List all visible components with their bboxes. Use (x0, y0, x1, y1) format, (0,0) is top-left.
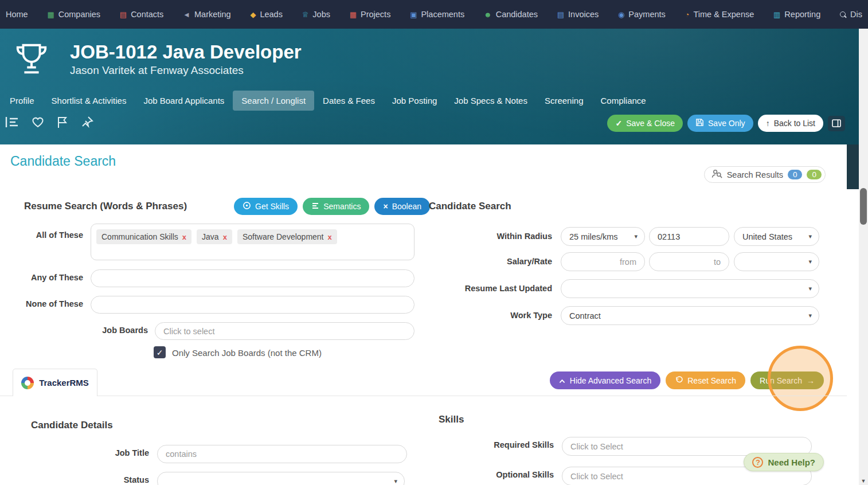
nav-projects[interactable]: ▦Projects (350, 10, 391, 19)
selected-count-badge: 0 (807, 170, 822, 179)
save-close-button[interactable]: ✓Save & Close (607, 115, 683, 132)
tab-job-specs-notes[interactable]: Job Specs & Notes (445, 91, 536, 111)
chevron-down-icon (808, 285, 812, 292)
page-title: Candidate Search (10, 154, 116, 169)
header-button-group: ✓Save & Close Save Only ↑Back to List (607, 115, 845, 132)
postcode-input[interactable] (649, 227, 729, 246)
panel-toggle-button[interactable] (828, 116, 845, 131)
right-rail (847, 144, 859, 189)
chevron-up-icon (559, 376, 565, 385)
trackerrms-tab[interactable]: TrackerRMS (13, 369, 97, 396)
required-skills-label: Required Skills (430, 440, 554, 449)
resume-last-updated-select[interactable] (561, 279, 819, 298)
only-job-boards-checkbox[interactable]: ✓ (154, 346, 166, 358)
remove-tag-icon[interactable]: x (223, 233, 227, 241)
scrollbar-down-arrow[interactable]: ▼ (859, 478, 868, 484)
nav-contacts[interactable]: ▤Contacts (120, 10, 164, 19)
nav-home[interactable]: Home (6, 10, 28, 19)
job-boards-input[interactable] (155, 322, 415, 340)
tab-screening[interactable]: Screening (536, 91, 592, 111)
tab-job-board-applicants[interactable]: Job Board Applicants (135, 91, 233, 111)
get-skills-button[interactable]: Get Skills (234, 198, 298, 215)
back-to-list-button[interactable]: ↑Back to List (758, 115, 823, 132)
payment-icon: ◉ (618, 11, 624, 18)
nav-companies[interactable]: ▦Companies (47, 10, 100, 19)
status-select[interactable] (157, 472, 405, 485)
sidebar-toggle-icon[interactable] (5, 115, 19, 131)
tab-compliance[interactable]: Compliance (592, 91, 654, 111)
floppy-icon (695, 118, 704, 128)
optional-skills-label: Optional Skills (430, 470, 554, 479)
job-title: JOB-1012 Java Developer (70, 41, 302, 63)
resume-search-title: Resume Search (Words & Phrases) (24, 201, 187, 212)
tab-job-posting[interactable]: Job Posting (384, 91, 445, 111)
scrollbar-thumb[interactable] (860, 188, 867, 225)
tab-search-longlist[interactable]: Search / Longlist (233, 91, 314, 111)
projects-icon: ▦ (350, 11, 357, 18)
work-type-select[interactable]: Contract (561, 306, 819, 325)
favorite-heart-icon[interactable] (31, 115, 45, 131)
person-icon: ☻ (484, 11, 492, 18)
page: Home ▦Companies ▤Contacts ◄Marketing ◆Le… (0, 0, 868, 485)
job-title-input[interactable] (157, 445, 407, 463)
need-help-button[interactable]: ? Need Help? (744, 453, 824, 471)
search-tag: Communication Skillsx (96, 229, 191, 244)
nav-candidates[interactable]: ☻Candidates (484, 10, 538, 19)
salary-period-select[interactable] (734, 252, 819, 271)
candidate-search-panel: Candidate Search Search Results 0 0 Resu… (0, 144, 847, 485)
nav-discussions[interactable]: Dis (840, 10, 862, 19)
clock-icon: ◔ (685, 11, 690, 18)
salary-to-input[interactable] (649, 252, 729, 271)
resume-search-tools: Get Skills Semantics ×Boolean (234, 198, 430, 215)
resume-last-updated-label: Resume Last Updated (429, 284, 552, 293)
job-tabs: Profile Shortlist & Activities Job Board… (1, 91, 655, 111)
save-only-button[interactable]: Save Only (687, 115, 753, 132)
tab-dates-fees[interactable]: Dates & Fees (314, 91, 384, 111)
job-header: JOB-1012 Java Developer Jason Varitek at… (0, 29, 868, 144)
search-results-pill[interactable]: Search Results 0 0 (704, 166, 826, 183)
job-trophy-icon (14, 41, 49, 79)
search-tag: Software Developmentx (237, 229, 337, 244)
boolean-button[interactable]: ×Boolean (374, 198, 430, 215)
search-icon (840, 11, 846, 18)
vertical-scrollbar[interactable]: ▼ (859, 29, 868, 485)
remove-tag-icon[interactable]: x (182, 233, 186, 241)
job-subtitle: Jason Varitek at Fenway Associates (70, 64, 244, 77)
job-boards-label: Job Boards (11, 326, 148, 335)
search-action-buttons: Hide Advanced Search Reset Search Run Se… (550, 371, 824, 389)
any-of-these-input[interactable] (91, 269, 415, 287)
header-action-row: ✓Save & Close Save Only ↑Back to List (5, 115, 845, 132)
salary-from-input[interactable] (561, 252, 645, 271)
building-icon: ▦ (47, 11, 54, 18)
tab-shortlist-activities[interactable]: Shortlist & Activities (43, 91, 135, 111)
job-title-label: Job Title (23, 448, 149, 457)
nav-invoices[interactable]: ▤Invoices (557, 10, 599, 19)
nav-jobs[interactable]: ♕Jobs (302, 10, 330, 19)
nav-reporting[interactable]: ▥Reporting (773, 10, 820, 19)
none-of-these-input[interactable] (91, 296, 415, 314)
remove-tag-icon[interactable]: x (328, 233, 332, 241)
radius-select[interactable]: 25 miles/kms (561, 227, 645, 246)
all-of-these-tagbox[interactable]: Communication Skillsx Javax Software Dev… (91, 224, 415, 260)
results-count-badge: 0 (788, 170, 803, 179)
nav-leads[interactable]: ◆Leads (250, 10, 283, 19)
chevron-down-icon (808, 258, 812, 265)
semantics-button[interactable]: Semantics (303, 198, 369, 215)
contacts-icon: ▤ (120, 11, 127, 18)
checkmark-icon: ✓ (157, 348, 163, 357)
salary-rate-label: Salary/Rate (429, 257, 552, 266)
search-results-label: Search Results (727, 170, 783, 179)
run-search-button[interactable]: Run Search→ (750, 371, 824, 389)
none-of-these-label: None of These (11, 299, 83, 308)
candidate-details-title: Candidate Details (31, 420, 113, 431)
reset-search-button[interactable]: Reset Search (666, 371, 745, 389)
nav-marketing[interactable]: ◄Marketing (183, 10, 231, 19)
nav-placements[interactable]: ▣Placements (410, 10, 464, 19)
flag-icon[interactable] (56, 115, 69, 131)
nav-payments[interactable]: ◉Payments (618, 10, 666, 19)
hide-advanced-search-button[interactable]: Hide Advanced Search (550, 371, 660, 389)
nav-time-expense[interactable]: ◔Time & Expense (685, 10, 754, 19)
pin-icon[interactable] (80, 115, 94, 131)
tab-profile[interactable]: Profile (1, 91, 43, 111)
country-select[interactable]: United States (734, 227, 819, 246)
